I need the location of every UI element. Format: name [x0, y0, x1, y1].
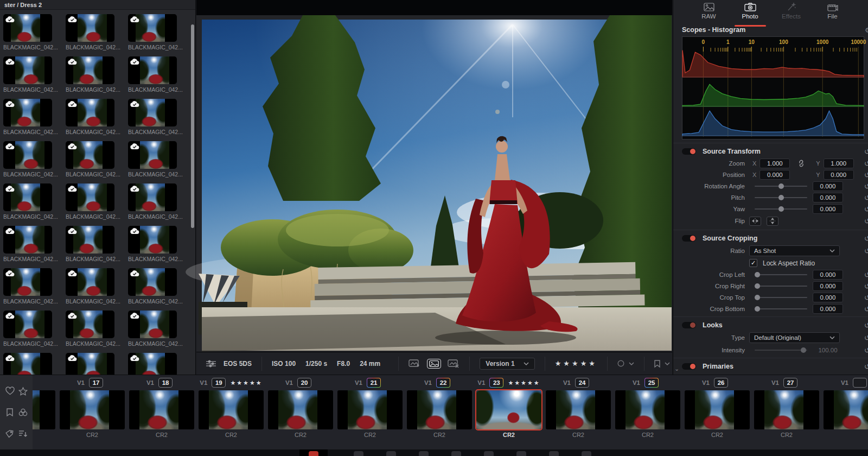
list-item[interactable]: BLACKMAGIC_042...: [128, 268, 177, 305]
dock-icon[interactable]: [484, 451, 494, 456]
crop-bottom-slider[interactable]: [755, 308, 807, 309]
list-item[interactable]: BLACKMAGIC_042...: [3, 226, 52, 262]
bookmark-icon[interactable]: [4, 407, 15, 418]
list-item[interactable]: BLACKMAGIC_042...: [3, 183, 52, 220]
media-thumbnail[interactable]: [128, 56, 177, 84]
clip-thumbnail[interactable]: [824, 390, 868, 429]
clip-thumbnail[interactable]: [199, 390, 264, 429]
media-thumbnail[interactable]: [66, 353, 114, 375]
camera-raw-page-icon[interactable]: [309, 451, 318, 456]
filmstrip-clip[interactable]: V1: [824, 375, 868, 440]
media-thumbnail[interactable]: [66, 56, 114, 84]
reset-icon[interactable]: ↺: [864, 346, 868, 354]
crop-top-slider[interactable]: [755, 297, 807, 298]
reset-icon[interactable]: ↺: [864, 205, 868, 213]
chevron-down-icon[interactable]: [665, 362, 670, 365]
breadcrumb[interactable]: ster / Dress 2: [0, 0, 195, 10]
reset-icon[interactable]: ↺: [864, 363, 868, 371]
reset-icon[interactable]: ↺: [864, 247, 868, 255]
media-thumbnail[interactable]: [128, 99, 177, 126]
flag-icon[interactable]: [654, 360, 660, 368]
link-icon[interactable]: [797, 160, 805, 167]
reset-icon[interactable]: ↺: [864, 193, 868, 201]
preview-image[interactable]: [202, 20, 672, 351]
filmstrip-clip[interactable]: V1 20 CR2: [268, 375, 333, 440]
crop-bottom-field[interactable]: 0.000: [813, 304, 843, 314]
list-item[interactable]: BLACKMAGIC_042...: [3, 353, 52, 375]
looks-type-dropdown[interactable]: Default (Original): [749, 332, 840, 343]
heart-icon[interactable]: [4, 386, 15, 397]
tab-raw[interactable]: RAW: [694, 3, 724, 24]
media-thumbnail[interactable]: [128, 14, 177, 42]
list-item[interactable]: BLACKMAGIC_042...: [128, 141, 177, 178]
looks-toggle[interactable]: [682, 322, 696, 328]
filmstrip-clip[interactable]: V1 23 ★★★★★ CR2: [476, 375, 541, 440]
list-item[interactable]: BLACKMAGIC_042...: [66, 183, 114, 220]
media-thumbnail[interactable]: [128, 226, 177, 254]
dock-icon[interactable]: [516, 451, 526, 456]
media-thumbnail[interactable]: [3, 268, 52, 296]
reset-icon[interactable]: ↺: [864, 321, 868, 330]
media-thumbnail[interactable]: [3, 353, 52, 375]
list-item[interactable]: BLACKMAGIC_042...: [66, 226, 114, 262]
reset-icon[interactable]: ↺: [864, 305, 868, 313]
filmstrip-clip[interactable]: V1 22 CR2: [407, 375, 472, 440]
crop-left-field[interactable]: 0.000: [813, 270, 843, 280]
color-wheels-icon[interactable]: [17, 407, 28, 418]
lock-aspect-checkbox[interactable]: ✓: [749, 259, 757, 267]
media-thumbnail[interactable]: [66, 14, 114, 42]
media-thumbnail[interactable]: [66, 99, 114, 126]
media-thumbnail[interactable]: [3, 183, 52, 211]
dock-icon[interactable]: [419, 451, 429, 456]
list-item[interactable]: BLACKMAGIC_042...: [66, 353, 114, 375]
list-item[interactable]: BLACKMAGIC_042...: [128, 99, 177, 135]
browser-scrollbar[interactable]: [191, 24, 194, 228]
media-thumbnail[interactable]: [3, 99, 52, 126]
list-item[interactable]: BLACKMAGIC_042...: [128, 353, 177, 375]
clip-thumbnail[interactable]: [685, 390, 750, 429]
reset-icon[interactable]: ↺: [864, 159, 868, 167]
list-item[interactable]: BLACKMAGIC_042...: [128, 311, 177, 347]
media-thumbnail[interactable]: [66, 311, 114, 338]
pitch-slider[interactable]: [755, 197, 807, 198]
flip-horizontal-button[interactable]: [749, 217, 761, 226]
media-thumbnail[interactable]: [66, 226, 114, 254]
reset-icon[interactable]: ↺: [864, 217, 868, 225]
media-thumbnail[interactable]: [128, 353, 177, 375]
list-item[interactable]: BLACKMAGIC_042...: [66, 268, 114, 305]
media-thumbnail[interactable]: [128, 141, 177, 169]
list-item[interactable]: BLACKMAGIC_042...: [3, 268, 52, 305]
list-item[interactable]: BLACKMAGIC_042...: [128, 183, 177, 220]
version-dropdown[interactable]: Version 1: [480, 358, 534, 370]
reset-icon[interactable]: ↺: [864, 334, 868, 342]
media-thumbnail[interactable]: [66, 183, 114, 211]
primaries-toggle[interactable]: [682, 363, 696, 370]
crop-top-field[interactable]: 0.000: [813, 293, 843, 302]
pitch-field[interactable]: 0.000: [813, 193, 843, 202]
media-thumbnail[interactable]: [66, 141, 114, 169]
media-thumbnail[interactable]: [3, 311, 52, 338]
list-item[interactable]: BLACKMAGIC_042...: [3, 14, 52, 50]
yaw-field[interactable]: 0.000: [813, 204, 843, 214]
rotation-angle-slider[interactable]: [755, 186, 807, 187]
intensity-slider[interactable]: [755, 350, 807, 351]
zoom-x-field[interactable]: 1.000: [760, 159, 790, 168]
clip-thumbnail[interactable]: [407, 390, 472, 429]
list-item[interactable]: BLACKMAGIC_042...: [66, 99, 114, 135]
clip-thumbnail[interactable]: [129, 390, 194, 429]
media-thumbnail[interactable]: [3, 56, 52, 84]
chevron-down-icon[interactable]: [629, 362, 634, 365]
reset-icon[interactable]: ↺: [864, 282, 868, 290]
media-thumbnail[interactable]: [3, 14, 52, 42]
ratio-dropdown[interactable]: As Shot: [749, 245, 840, 256]
dock-icon[interactable]: [354, 451, 363, 456]
list-item[interactable]: BLACKMAGIC_042...: [66, 141, 114, 178]
photo-favorite-icon[interactable]: [409, 359, 420, 368]
tab-file[interactable]: File: [818, 3, 847, 24]
source-cropping-toggle[interactable]: [682, 235, 696, 242]
list-item[interactable]: BLACKMAGIC_042...: [128, 14, 177, 50]
crop-right-field[interactable]: 0.000: [813, 281, 843, 291]
reset-icon[interactable]: ↺: [864, 182, 868, 190]
yaw-slider[interactable]: [755, 208, 807, 210]
list-item[interactable]: BLACKMAGIC_042...: [66, 56, 114, 93]
